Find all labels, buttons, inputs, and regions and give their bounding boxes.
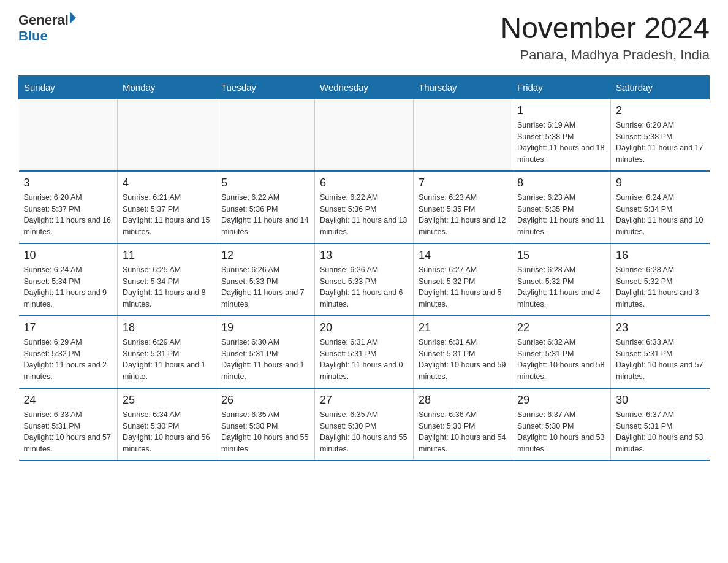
day-info: Sunrise: 6:29 AMSunset: 5:31 PMDaylight:… [123,337,211,383]
table-row: 10Sunrise: 6:24 AMSunset: 5:34 PMDayligh… [19,243,118,316]
day-info: Sunrise: 6:37 AMSunset: 5:30 PMDaylight:… [517,409,605,455]
day-info: Sunrise: 6:23 AMSunset: 5:35 PMDaylight:… [517,192,605,238]
logo-general-text: General [18,12,69,28]
week-row-4: 17Sunrise: 6:29 AMSunset: 5:32 PMDayligh… [19,316,710,388]
logo-blue-text: Blue [18,28,48,44]
day-info: Sunrise: 6:28 AMSunset: 5:32 PMDaylight:… [517,264,605,310]
logo-arrow-icon [70,12,76,24]
table-row: 4Sunrise: 6:21 AMSunset: 5:37 PMDaylight… [118,171,216,243]
table-row: 22Sunrise: 6:32 AMSunset: 5:31 PMDayligh… [512,316,611,388]
weekday-header-sunday: Sunday [19,75,118,99]
table-row: 20Sunrise: 6:31 AMSunset: 5:31 PMDayligh… [315,316,414,388]
title-area: November 2024 Panara, Madhya Pradesh, In… [500,12,710,63]
day-number: 30 [616,394,705,407]
day-info: Sunrise: 6:20 AMSunset: 5:38 PMDaylight:… [616,120,705,166]
table-row: 13Sunrise: 6:26 AMSunset: 5:33 PMDayligh… [315,243,414,316]
table-row: 9Sunrise: 6:24 AMSunset: 5:34 PMDaylight… [611,171,710,243]
weekday-header-thursday: Thursday [414,75,512,99]
table-row: 1Sunrise: 6:19 AMSunset: 5:38 PMDaylight… [512,99,611,171]
day-info: Sunrise: 6:31 AMSunset: 5:31 PMDaylight:… [419,337,507,383]
table-row: 6Sunrise: 6:22 AMSunset: 5:36 PMDaylight… [315,171,414,243]
weekday-header-row: SundayMondayTuesdayWednesdayThursdayFrid… [19,75,710,99]
day-number: 13 [320,249,408,262]
table-row: 17Sunrise: 6:29 AMSunset: 5:32 PMDayligh… [19,316,118,388]
calendar-header: SundayMondayTuesdayWednesdayThursdayFrid… [19,75,710,99]
day-info: Sunrise: 6:25 AMSunset: 5:34 PMDaylight:… [123,264,211,310]
table-row: 26Sunrise: 6:35 AMSunset: 5:30 PMDayligh… [216,388,315,461]
table-row: 2Sunrise: 6:20 AMSunset: 5:38 PMDaylight… [611,99,710,171]
table-row [315,99,414,171]
day-number: 25 [123,394,211,407]
day-number: 14 [419,249,507,262]
day-info: Sunrise: 6:22 AMSunset: 5:36 PMDaylight:… [221,192,309,238]
day-number: 5 [221,177,309,190]
day-number: 4 [123,177,211,190]
page-subtitle: Panara, Madhya Pradesh, India [500,47,710,63]
day-number: 15 [517,249,605,262]
day-info: Sunrise: 6:30 AMSunset: 5:31 PMDaylight:… [221,337,309,383]
table-row [19,99,118,171]
header: General Blue November 2024 Panara, Madhy… [18,12,710,63]
day-info: Sunrise: 6:33 AMSunset: 5:31 PMDaylight:… [24,409,113,455]
logo: General Blue [18,12,76,44]
table-row [414,99,512,171]
day-number: 18 [123,321,211,334]
table-row: 23Sunrise: 6:33 AMSunset: 5:31 PMDayligh… [611,316,710,388]
day-number: 7 [419,177,507,190]
day-number: 23 [616,321,705,334]
table-row: 5Sunrise: 6:22 AMSunset: 5:36 PMDaylight… [216,171,315,243]
table-row: 8Sunrise: 6:23 AMSunset: 5:35 PMDaylight… [512,171,611,243]
day-number: 3 [24,177,113,190]
day-number: 22 [517,321,605,334]
table-row [216,99,315,171]
day-number: 6 [320,177,408,190]
day-info: Sunrise: 6:19 AMSunset: 5:38 PMDaylight:… [517,120,605,166]
day-number: 11 [123,249,211,262]
day-number: 9 [616,177,705,190]
weekday-header-wednesday: Wednesday [315,75,414,99]
table-row: 15Sunrise: 6:28 AMSunset: 5:32 PMDayligh… [512,243,611,316]
table-row: 11Sunrise: 6:25 AMSunset: 5:34 PMDayligh… [118,243,216,316]
table-row: 25Sunrise: 6:34 AMSunset: 5:30 PMDayligh… [118,388,216,461]
table-row: 14Sunrise: 6:27 AMSunset: 5:32 PMDayligh… [414,243,512,316]
day-number: 2 [616,104,705,117]
table-row: 19Sunrise: 6:30 AMSunset: 5:31 PMDayligh… [216,316,315,388]
day-info: Sunrise: 6:24 AMSunset: 5:34 PMDaylight:… [24,264,113,310]
day-number: 21 [419,321,507,334]
day-number: 12 [221,249,309,262]
day-number: 24 [24,394,113,407]
table-row: 7Sunrise: 6:23 AMSunset: 5:35 PMDaylight… [414,171,512,243]
day-info: Sunrise: 6:24 AMSunset: 5:34 PMDaylight:… [616,192,705,238]
day-number: 10 [24,249,113,262]
table-row: 30Sunrise: 6:37 AMSunset: 5:31 PMDayligh… [611,388,710,461]
day-info: Sunrise: 6:20 AMSunset: 5:37 PMDaylight:… [24,192,113,238]
day-info: Sunrise: 6:26 AMSunset: 5:33 PMDaylight:… [320,264,408,310]
day-info: Sunrise: 6:33 AMSunset: 5:31 PMDaylight:… [616,337,705,383]
day-number: 8 [517,177,605,190]
week-row-3: 10Sunrise: 6:24 AMSunset: 5:34 PMDayligh… [19,243,710,316]
table-row [118,99,216,171]
day-number: 29 [517,394,605,407]
day-info: Sunrise: 6:27 AMSunset: 5:32 PMDaylight:… [419,264,507,310]
calendar-table: SundayMondayTuesdayWednesdayThursdayFrid… [18,75,710,461]
week-row-2: 3Sunrise: 6:20 AMSunset: 5:37 PMDaylight… [19,171,710,243]
table-row: 24Sunrise: 6:33 AMSunset: 5:31 PMDayligh… [19,388,118,461]
table-row: 3Sunrise: 6:20 AMSunset: 5:37 PMDaylight… [19,171,118,243]
day-number: 1 [517,104,605,117]
day-number: 19 [221,321,309,334]
calendar-body: 1Sunrise: 6:19 AMSunset: 5:38 PMDaylight… [19,99,710,461]
week-row-5: 24Sunrise: 6:33 AMSunset: 5:31 PMDayligh… [19,388,710,461]
table-row: 27Sunrise: 6:35 AMSunset: 5:30 PMDayligh… [315,388,414,461]
table-row: 21Sunrise: 6:31 AMSunset: 5:31 PMDayligh… [414,316,512,388]
day-number: 20 [320,321,408,334]
weekday-header-monday: Monday [118,75,216,99]
day-info: Sunrise: 6:37 AMSunset: 5:31 PMDaylight:… [616,409,705,455]
table-row: 28Sunrise: 6:36 AMSunset: 5:30 PMDayligh… [414,388,512,461]
day-info: Sunrise: 6:26 AMSunset: 5:33 PMDaylight:… [221,264,309,310]
day-info: Sunrise: 6:32 AMSunset: 5:31 PMDaylight:… [517,337,605,383]
week-row-1: 1Sunrise: 6:19 AMSunset: 5:38 PMDaylight… [19,99,710,171]
day-number: 16 [616,249,705,262]
day-number: 26 [221,394,309,407]
weekday-header-saturday: Saturday [611,75,710,99]
day-info: Sunrise: 6:29 AMSunset: 5:32 PMDaylight:… [24,337,113,383]
